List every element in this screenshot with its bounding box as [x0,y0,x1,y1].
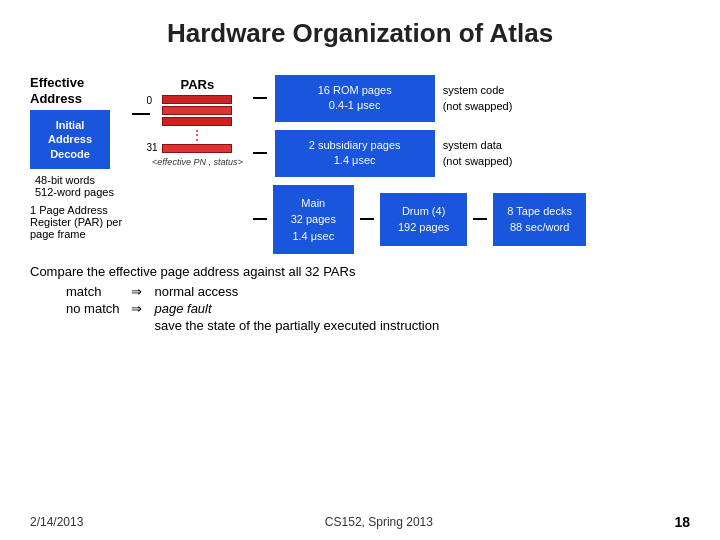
par-row-1 [162,95,232,104]
no-match-label: no match [60,300,125,317]
no-match-result: page fault [148,300,445,317]
tape-box: 8 Tape decks 88 sec/word [493,193,586,246]
par-number-bottom: 31 [146,142,157,153]
pars-caption: <effective PN , status> [152,157,243,167]
footer-course: CS152, Spring 2013 [325,515,433,529]
footer-page-number: 18 [674,514,690,530]
bit-words-info: 48-bit words 512-word pages [35,174,114,198]
page-address-info: 1 Page Address Register (PAR) per page f… [30,204,122,240]
subsidiary-side-label: system data (not swapped) [443,137,513,170]
bit-words-label: 48-bit words [35,174,114,186]
subsidiary-box: 2 subsidiary pages 1.4 μsec [275,130,435,177]
match-result: normal access [148,283,445,300]
rom-side-label: system code (not swapped) [443,82,513,115]
match-row: match ⇒ normal access [60,283,445,300]
compare-line: Compare the effective page address again… [30,264,690,279]
match-label: match [60,283,125,300]
drum-box: Drum (4) 192 pages [380,193,467,246]
par-row-3 [162,117,232,126]
par-row-2 [162,106,232,115]
page-title: Hardware Organization of Atlas [30,18,690,49]
match-arrow: ⇒ [125,283,148,300]
footer-date: 2/14/2013 [30,515,83,529]
save-state-label: save the state of the partially executed… [148,317,445,334]
par-number-top: 0 [146,95,152,106]
rom-box: 16 ROM pages 0.4-1 μsec [275,75,435,122]
no-match-arrow: ⇒ [125,300,148,317]
par-row-4 [162,144,232,153]
no-match-row: no match ⇒ page fault [60,300,445,317]
description-section: Compare the effective page address again… [30,264,690,334]
main-box: Main 32 pages 1.4 μsec [273,185,354,255]
effective-address-label: EffectiveAddress [30,75,110,106]
save-state-row: save the state of the partially executed… [60,317,445,334]
initial-address-box: Initial Address Decode [30,110,110,169]
match-table: match ⇒ normal access no match ⇒ page fa… [60,283,445,334]
pars-label: PARs [181,77,215,92]
word-pages-label: 512-word pages [35,186,114,198]
footer: 2/14/2013 CS152, Spring 2013 18 [30,514,690,530]
par-dots: ⋮ [162,128,232,142]
